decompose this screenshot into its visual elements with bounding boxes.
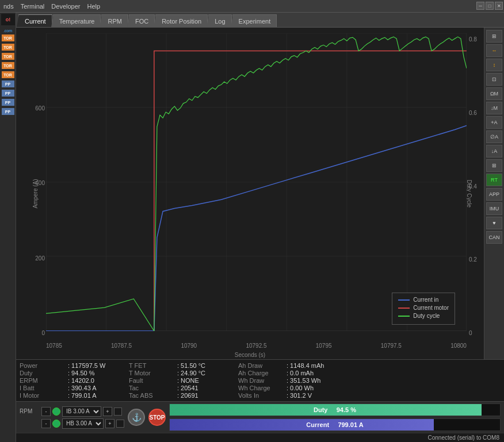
status-tmotor-key: T Motor bbox=[129, 370, 175, 376]
toolbar-dm-btn[interactable]: ↓M bbox=[486, 102, 502, 114]
sidebar-tor-2[interactable]: TOR bbox=[2, 44, 14, 51]
status-ahdraw-val: : 1148.4 mAh bbox=[287, 362, 324, 369]
duty-bar-value: 94.5 % bbox=[337, 406, 356, 413]
close-button[interactable]: ✕ bbox=[495, 2, 503, 10]
legend-duty-cycle: Duty cycle bbox=[413, 313, 440, 319]
y-right-04: 0.4 bbox=[469, 183, 477, 190]
x-label-5: 10795 bbox=[316, 343, 332, 349]
ctrl-decrement-1[interactable]: - bbox=[41, 407, 51, 416]
ctrl-indicator-3 bbox=[52, 420, 60, 428]
status-fault-key: Fault bbox=[129, 377, 175, 384]
toolbar-om-btn[interactable]: ΩM bbox=[486, 87, 502, 100]
ctrl-increment-2[interactable]: + bbox=[105, 419, 114, 428]
toolbar-zoom-box-btn[interactable]: ⊡ bbox=[486, 73, 502, 86]
toolbar-zoom-v-btn[interactable]: ↕ bbox=[486, 59, 502, 71]
maximize-button[interactable]: □ bbox=[486, 2, 494, 10]
x-axis-title: Seconds (s) bbox=[235, 352, 265, 358]
status-tmotor-val: : 24.90 °C bbox=[177, 370, 205, 376]
ctrl-increment-1[interactable]: + bbox=[103, 407, 112, 416]
status-ibatt-val: : 390.43 A bbox=[68, 385, 97, 391]
status-tfet-val: : 51.50 °C bbox=[177, 362, 205, 369]
menu-nds[interactable]: nds bbox=[3, 3, 14, 10]
x-label-6: 10797.5 bbox=[381, 343, 402, 349]
sidebar-tor-5[interactable]: TOR bbox=[2, 71, 14, 78]
x-label-2: 10787.5 bbox=[111, 343, 132, 349]
status-whcharge-key: Wh Charge bbox=[238, 385, 284, 391]
sidebar-tor-3[interactable]: TOR bbox=[2, 53, 14, 60]
legend-current-motor: Current motor bbox=[413, 305, 449, 311]
status-whdraw-key: Wh Draw bbox=[238, 377, 284, 384]
toolbar-pa-btn[interactable]: +A bbox=[486, 116, 502, 129]
stop-button[interactable]: STOP bbox=[148, 409, 166, 426]
sidebar-tor-1[interactable]: TOR bbox=[2, 34, 14, 41]
toolbar-app-btn[interactable]: APP bbox=[486, 188, 502, 201]
y-right-02: 0.2 bbox=[469, 256, 477, 263]
connection-status: Connected (serial) to COM8 bbox=[428, 435, 500, 441]
x-label-1: 10785 bbox=[46, 343, 62, 349]
status-ahcharge-key: Ah Charge bbox=[238, 370, 284, 376]
sidebar-pp-1[interactable]: PP bbox=[2, 80, 14, 87]
status-voltsin-val: : 301.2 V bbox=[287, 392, 312, 399]
tab-current[interactable]: Current bbox=[18, 14, 52, 27]
sidebar-pp-4[interactable]: PP bbox=[2, 108, 14, 115]
y-right-08: 0.8 bbox=[469, 36, 477, 43]
status-power-val: : 117597.5 W bbox=[68, 362, 105, 369]
toolbar-grid-btn[interactable]: ⊞ bbox=[486, 30, 502, 43]
tab-experiment[interactable]: Experiment bbox=[232, 14, 277, 27]
menu-developer[interactable]: Developer bbox=[51, 3, 80, 10]
status-ahcharge-val: : 0.0 mAh bbox=[287, 370, 314, 376]
status-duty-val: : 94.50 % bbox=[68, 370, 94, 376]
app-logo: o! bbox=[1, 14, 15, 25]
toolbar-heart-btn[interactable]: ♥ bbox=[486, 217, 502, 229]
status-whcharge-val: : 0.00 Wh bbox=[287, 385, 314, 391]
y-right-06: 0.6 bbox=[469, 110, 477, 116]
menu-help[interactable]: Help bbox=[87, 3, 100, 10]
tab-foc[interactable]: FOC bbox=[129, 14, 155, 27]
ctrl-select-1[interactable]: IB 3.00 A bbox=[62, 406, 101, 417]
tab-rotor-position[interactable]: Rotor Position bbox=[155, 14, 208, 27]
tab-rpm[interactable]: RPM bbox=[101, 14, 128, 27]
status-imotor-key: I Motor bbox=[20, 392, 66, 399]
sidebar-url: .com bbox=[1, 29, 14, 33]
y-label-200: 200 bbox=[35, 255, 45, 262]
toolbar-imu-btn[interactable]: IMU bbox=[486, 202, 502, 215]
menu-terminal[interactable]: Terminal bbox=[21, 3, 45, 10]
status-erpm-val: : 14202.0 bbox=[68, 377, 94, 384]
ctrl-indicator-4 bbox=[116, 420, 124, 428]
status-tac-key: Tac bbox=[129, 385, 175, 391]
status-fault-val: : NONE bbox=[177, 377, 199, 384]
duty-bar-label: Duty bbox=[314, 406, 327, 413]
ctrl-indicator-1 bbox=[52, 408, 60, 416]
minimize-button[interactable]: ─ bbox=[476, 2, 484, 10]
toolbar-grid2-btn[interactable]: ⊞ bbox=[486, 159, 502, 172]
sidebar-tor-4[interactable]: TOR bbox=[2, 62, 14, 69]
duty-progress-bar[interactable]: Duty 94.5 % bbox=[169, 403, 501, 416]
x-label-3: 10790 bbox=[181, 343, 197, 349]
ctrl-select-2[interactable]: HB 3.00 A bbox=[62, 418, 104, 429]
toolbar-can-btn[interactable]: CAN bbox=[486, 231, 502, 244]
toolbar-pan-btn[interactable]: ↔ bbox=[486, 44, 502, 57]
y-label-0: 0 bbox=[41, 330, 45, 336]
y-label-600: 600 bbox=[35, 105, 45, 112]
sidebar-pp-2[interactable]: PP bbox=[2, 90, 14, 97]
status-voltsin-key: Volts In bbox=[238, 392, 284, 399]
status-tacabs-key: Tac ABS bbox=[129, 392, 175, 399]
status-ibatt-key: I Batt bbox=[20, 385, 66, 391]
legend-current-in: Current in bbox=[413, 297, 438, 303]
status-imotor-val: : 799.01 A bbox=[68, 392, 97, 399]
tab-log[interactable]: Log bbox=[208, 14, 231, 27]
status-power-key: Power bbox=[20, 362, 66, 369]
toolbar-rt-btn[interactable]: RT bbox=[486, 174, 502, 186]
sidebar-pp-3[interactable]: PP bbox=[2, 99, 14, 106]
status-ahdraw-key: Ah Draw bbox=[238, 362, 284, 369]
toolbar-da-btn[interactable]: ↓A bbox=[486, 145, 502, 157]
ctrl-indicator-2 bbox=[114, 408, 122, 416]
ctrl-decrement-2[interactable]: - bbox=[41, 419, 51, 428]
tab-temperature[interactable]: Temperature bbox=[53, 14, 101, 27]
anchor-button[interactable]: ⚓ bbox=[128, 409, 145, 426]
status-whdraw-val: : 351.53 Wh bbox=[287, 377, 320, 384]
toolbar-na-btn[interactable]: ∅A bbox=[486, 130, 502, 143]
status-erpm-key: ERPM bbox=[20, 377, 66, 384]
current-progress-bar[interactable]: Current 799.01 A bbox=[169, 418, 501, 431]
current-bar-label: Current bbox=[306, 421, 329, 428]
